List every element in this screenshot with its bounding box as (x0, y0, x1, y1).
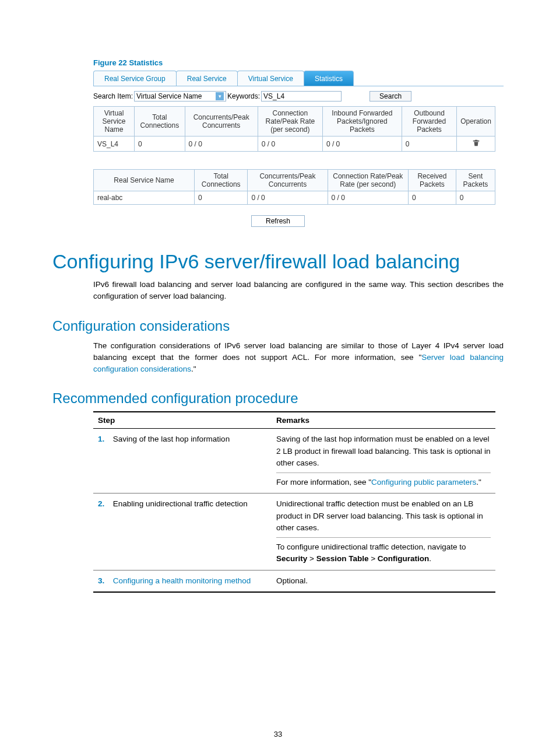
intro-paragraph: IPv6 firewall load balancing and server … (93, 279, 504, 303)
heading-ipv6-lb: Configuring IPv6 server/firewall load ba… (52, 250, 504, 273)
search-item-value: Virtual Service Name (136, 92, 202, 100)
tab-statistics[interactable]: Statistics (304, 71, 354, 86)
link-public-params[interactable]: Configuring public parameters (371, 478, 476, 487)
keywords-label: Keywords: (227, 92, 260, 100)
cell-sent: 0 (456, 191, 495, 205)
table-header-row: Real Service Name Total Connections Conc… (94, 170, 495, 191)
col-rate: Connection Rate/Peak Rate (per second) (328, 170, 409, 191)
vs-name-link[interactable]: VS_L4 (94, 136, 135, 152)
step-number: 2. (98, 498, 111, 510)
search-item-label: Search Item: (93, 92, 133, 100)
col-operation: Operation (457, 107, 495, 136)
col-step: Step (93, 412, 272, 429)
cell-operation (457, 136, 495, 152)
search-item-select[interactable]: Virtual Service Name ▾ (134, 91, 226, 102)
search-row: Search Item: Virtual Service Name ▾ Keyw… (93, 91, 504, 102)
cell-rate: 0 / 0 (258, 136, 322, 152)
col-total: Total Connections (195, 170, 248, 191)
procedure-row: 3. Configuring a health monitoring metho… (93, 570, 495, 592)
config-considerations-paragraph: The configuration considerations of IPv6… (93, 340, 504, 376)
procedure-table: Step Remarks 1. Saving of the last hop i… (93, 411, 495, 593)
table-header-row: Virtual Service Name Total Connections C… (94, 107, 495, 136)
tab-real-service[interactable]: Real Service (176, 71, 238, 86)
trash-icon[interactable] (472, 139, 480, 147)
col-inbound: Inbound Forwarded Packets/Ignored Packet… (322, 107, 402, 136)
col-rate: Connection Rate/Peak Rate (per second) (258, 107, 322, 136)
col-concur: Concurrents/Peak Concurrents (185, 107, 258, 136)
cell-rs-name: real-abc (94, 191, 195, 205)
table-row: real-abc 0 0 / 0 0 / 0 0 0 (94, 191, 495, 205)
cell-inbound: 0 / 0 (322, 136, 402, 152)
step-number: 1. (98, 433, 111, 445)
col-concur: Concurrents/Peak Concurrents (248, 170, 328, 191)
heading-recommended-procedure: Recommended configuration procedure (52, 390, 504, 407)
table-row: VS_L4 0 0 / 0 0 / 0 0 / 0 0 (94, 136, 495, 152)
step-title: Enabling unidirectional traffic detectio… (113, 499, 248, 508)
col-vs-name: Virtual Service Name (94, 107, 135, 136)
procedure-row: 2. Enabling unidirectional traffic detec… (93, 494, 495, 570)
figure-label: Figure 22 Statistics (93, 58, 504, 67)
col-remarks: Remarks (272, 412, 495, 429)
cell-rate: 0 / 0 (328, 191, 409, 205)
keywords-input[interactable]: VS_L4 (261, 91, 342, 102)
remarks-text: Optional. (272, 570, 495, 592)
col-rs-name: Real Service Name (94, 170, 195, 191)
link-health-monitoring[interactable]: Configuring a health monitoring method (113, 576, 251, 585)
procedure-row: 1. Saving of the last hop information Sa… (93, 429, 495, 494)
col-recv: Received Packets (409, 170, 456, 191)
remarks-nav: To configure unidirectional traffic dete… (276, 541, 491, 565)
cell-concur: 0 / 0 (248, 191, 328, 205)
cell-outbound: 0 (402, 136, 456, 152)
real-service-table: Real Service Name Total Connections Conc… (93, 169, 495, 205)
chevron-down-icon: ▾ (216, 92, 224, 100)
step-number: 3. (98, 575, 111, 587)
remarks-text: Saving of the last hop information must … (276, 433, 491, 469)
cell-concur: 0 / 0 (185, 136, 258, 152)
virtual-service-table: Virtual Service Name Total Connections C… (93, 106, 495, 152)
tab-real-service-group[interactable]: Real Service Group (93, 71, 177, 86)
tab-bar: Real Service Group Real Service Virtual … (93, 71, 504, 86)
cell-total: 0 (135, 136, 185, 152)
tab-virtual-service[interactable]: Virtual Service (237, 71, 304, 86)
cc-text-2: ." (191, 365, 196, 373)
remarks-text: Unidirectional traffic detection must be… (276, 498, 491, 534)
step-title: Saving of the last hop information (113, 435, 230, 443)
search-button[interactable]: Search (370, 91, 411, 102)
col-total: Total Connections (135, 107, 185, 136)
page-number: 33 (0, 730, 556, 738)
refresh-button[interactable]: Refresh (251, 215, 305, 227)
col-outbound: Outbound Forwarded Packets (402, 107, 456, 136)
heading-config-considerations: Configuration considerations (52, 318, 504, 334)
col-sent: Sent Packets (456, 170, 495, 191)
remarks-more: For more information, see "Configuring p… (276, 477, 491, 488)
cell-total: 0 (195, 191, 248, 205)
cell-recv: 0 (409, 191, 456, 205)
